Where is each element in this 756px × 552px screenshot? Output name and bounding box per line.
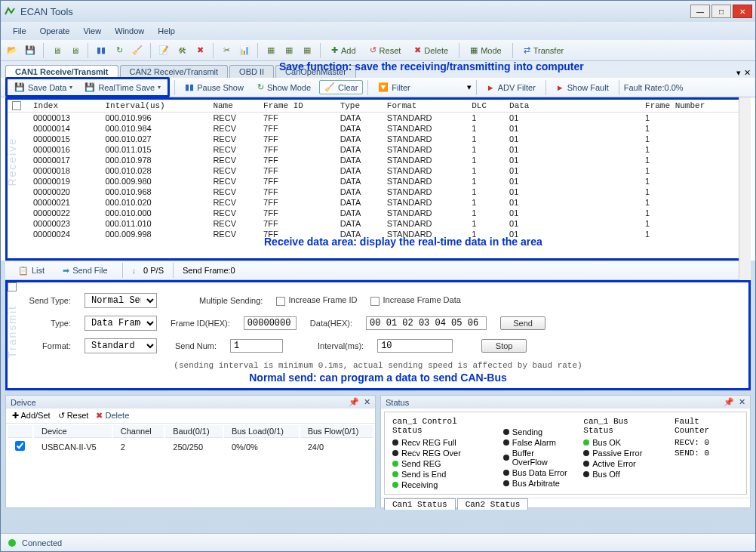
grid2-icon[interactable]: ▦ <box>282 44 296 57</box>
frame-id-input[interactable] <box>244 316 297 330</box>
table-row[interactable]: 00000015000.010.027RECV7FFDATASTANDARD10… <box>8 134 748 144</box>
table-row[interactable]: 00000019000.009.980RECV7FFDATASTANDARD10… <box>8 176 748 187</box>
dev-col-device[interactable]: Device <box>34 425 112 438</box>
device-row[interactable]: USBCAN-II-V5 2 250/250 0%/0% 24/0 <box>8 439 373 454</box>
dev-col-busload[interactable]: Bus Load(0/1) <box>224 425 299 438</box>
col-format[interactable]: Format <box>383 100 467 113</box>
grid1-icon[interactable]: ▦ <box>264 44 278 57</box>
increase-frame-data-checkbox[interactable] <box>370 297 380 306</box>
send-button[interactable]: Send <box>500 316 545 330</box>
reset-button[interactable]: ↺Reset <box>365 42 406 59</box>
col-index[interactable]: Index <box>29 100 101 113</box>
table-row[interactable]: 00000023000.011.010RECV7FFDATASTANDARD10… <box>8 218 748 229</box>
tab-dropdown-icon[interactable]: ▾ <box>736 68 741 78</box>
save-data-button[interactable]: 💾Save Data▾ <box>9 80 78 94</box>
tab-obd[interactable]: OBD II <box>229 65 274 78</box>
tab-can2[interactable]: CAN2 Receive/Transmit <box>120 65 229 78</box>
edit-icon[interactable]: 📝 <box>157 44 171 57</box>
clear-icon[interactable]: 🧹 <box>131 44 144 57</box>
data-hex-input[interactable] <box>366 316 487 330</box>
panel-close-icon[interactable]: ✕ <box>739 397 745 407</box>
window-title: ECAN Tools <box>20 6 690 17</box>
pin-icon[interactable]: 📌 <box>724 397 734 407</box>
delete2-icon: ✖ <box>414 45 421 55</box>
col-name[interactable]: Name <box>208 100 259 113</box>
col-dlc[interactable]: DLC <box>467 100 505 113</box>
send-file-button[interactable]: ➡Send File <box>57 264 112 278</box>
can2-status-tab[interactable]: Can2 Status <box>457 498 529 510</box>
dev-col-baud[interactable]: Baud(0/1) <box>165 425 223 438</box>
grid3-icon[interactable]: ▦ <box>300 44 314 57</box>
menu-operate[interactable]: Operate <box>40 26 70 35</box>
filter-button[interactable]: 🔽Filter <box>373 80 415 94</box>
open-icon[interactable]: 📂 <box>5 44 19 57</box>
dev-col-channel[interactable]: Channel <box>113 425 164 438</box>
save-icon[interactable]: 💾 <box>23 44 37 57</box>
col-frameid[interactable]: Frame ID <box>259 100 336 113</box>
table-row[interactable]: 00000017000.010.978RECV7FFDATASTANDARD10… <box>8 155 748 165</box>
status-item: Bus Arbitrate <box>503 479 571 488</box>
menu-help[interactable]: Help <box>158 26 175 35</box>
show-fault-button[interactable]: ►Show Fault <box>551 81 614 94</box>
pin-icon[interactable]: 📌 <box>349 397 359 407</box>
interval-input[interactable] <box>377 339 453 353</box>
device-row-checkbox[interactable] <box>15 441 25 451</box>
send-type-select[interactable]: Normal Send <box>85 293 157 308</box>
col-data[interactable]: Data <box>505 100 641 113</box>
tab-close-icon[interactable]: ✕ <box>744 68 751 78</box>
table-row[interactable]: 00000014000.010.984RECV7FFDATASTANDARD10… <box>8 123 748 134</box>
send-frame-label: Send Frame:0 <box>183 266 235 275</box>
net-icon[interactable]: 🖥 <box>50 44 63 57</box>
table-row[interactable]: 00000018000.010.028RECV7FFDATASTANDARD10… <box>8 165 748 176</box>
mode-button[interactable]: ▦Mode <box>466 42 506 59</box>
realtime-save-button[interactable]: 💾RealTime Save▾ <box>79 80 166 94</box>
select-all-checkbox[interactable] <box>12 101 21 110</box>
menu-file[interactable]: File <box>13 26 26 35</box>
adv-filter-button[interactable]: ►ADV Filter <box>481 81 541 94</box>
tab-can1[interactable]: CAN1 Receive/Transmit <box>5 65 118 78</box>
format-select[interactable]: Standard <box>85 338 157 353</box>
menu-window[interactable]: Window <box>115 26 144 35</box>
close-button[interactable]: ✕ <box>733 5 752 18</box>
increase-frame-id-checkbox[interactable] <box>276 297 285 306</box>
table-row[interactable]: 00000020000.010.968RECV7FFDATASTANDARD10… <box>8 187 748 197</box>
col-type[interactable]: Type <box>336 100 383 113</box>
device-delete-button[interactable]: ✖ Delete <box>96 411 129 421</box>
table-row[interactable]: 00000022000.010.000RECV7FFDATASTANDARD10… <box>8 208 748 218</box>
net2-icon[interactable]: 🖥 <box>68 44 81 57</box>
minimize-button[interactable]: — <box>690 5 710 18</box>
show-mode-button[interactable]: ↻Show Mode <box>252 80 316 94</box>
list-button[interactable]: 📋List <box>13 264 50 278</box>
col-interval[interactable]: Interval(us) <box>101 100 209 113</box>
tools-icon[interactable]: 🛠 <box>175 44 189 57</box>
pause-show-button[interactable]: ▮▮Pause Show <box>180 80 249 94</box>
table-row[interactable]: 00000016000.011.015RECV7FFDATASTANDARD10… <box>8 144 748 155</box>
table-row[interactable]: 00000013000.010.996RECV7FFDATASTANDARD10… <box>8 113 748 124</box>
pause-icon[interactable]: ▮▮ <box>94 44 108 57</box>
format-label: Format: <box>23 341 71 350</box>
overlay-recv-annotation: Receive data area: display the real-time… <box>264 236 542 248</box>
menu-view[interactable]: View <box>83 26 101 35</box>
device-reset-button[interactable]: ↺ Reset <box>58 411 89 421</box>
frame-id-label: Frame ID(HEX): <box>171 319 230 328</box>
delete-icon[interactable]: ✖ <box>193 44 207 57</box>
type-select[interactable]: Data Frame <box>85 316 157 331</box>
maximize-button[interactable]: □ <box>711 5 731 18</box>
can1-status-tab[interactable]: Can1 Status <box>384 498 456 510</box>
transfer-button[interactable]: ⇄Transfer <box>519 42 569 59</box>
col-framenum[interactable]: Frame Number <box>641 100 748 113</box>
device-add-button[interactable]: ✚ Add/Set <box>12 411 51 421</box>
transmit-checkbox[interactable] <box>8 282 17 291</box>
send-num-input[interactable] <box>230 339 283 353</box>
clear-button[interactable]: 🧹Clear <box>319 80 363 94</box>
table-row[interactable]: 00000021000.010.020RECV7FFDATASTANDARD10… <box>8 197 748 208</box>
stop-button[interactable]: Stop <box>481 339 527 353</box>
chart-icon[interactable]: 📊 <box>238 44 251 57</box>
refresh-icon[interactable]: ↻ <box>112 44 126 57</box>
add-button[interactable]: ✚Add <box>327 42 361 59</box>
cut-icon[interactable]: ✂ <box>220 44 233 57</box>
delete-button[interactable]: ✖Delete <box>410 42 453 59</box>
filter-dropdown-icon[interactable]: ▾ <box>467 82 472 92</box>
panel-close-icon[interactable]: ✕ <box>364 397 370 407</box>
dev-col-busflow[interactable]: Bus Flow(0/1) <box>300 425 373 438</box>
